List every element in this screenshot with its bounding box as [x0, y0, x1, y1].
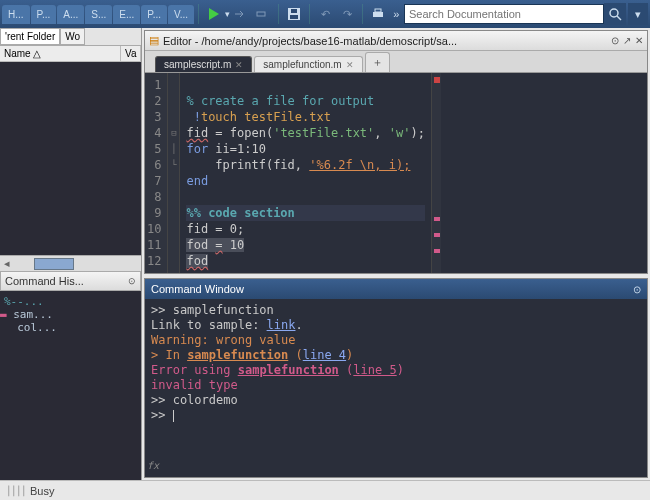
- separator: [309, 4, 310, 24]
- link-line[interactable]: line 5: [353, 363, 396, 377]
- cmd-warning: > In samplefunction (line 4): [151, 348, 641, 363]
- command-window: Command Window ⊙ >> samplefunction Link …: [144, 278, 648, 478]
- right-area: ▤ Editor - /home/andy/projects/base16-ma…: [142, 28, 650, 480]
- scrollbar-thumb[interactable]: [34, 258, 74, 270]
- cmd-error: invalid type: [151, 378, 641, 393]
- cmd-error: Error using samplefunction (line 5): [151, 363, 641, 378]
- panel-menu-icon[interactable]: ⊙: [611, 35, 619, 46]
- svg-line-8: [617, 16, 621, 20]
- history-item[interactable]: %--...: [4, 295, 137, 308]
- editor-icon: ▤: [149, 34, 159, 47]
- separator: [198, 4, 199, 24]
- command-body[interactable]: >> samplefunction Link to sample: link. …: [145, 299, 647, 477]
- line-gutter: 123456789101112: [145, 73, 168, 273]
- step-button[interactable]: [230, 3, 252, 25]
- code-editor[interactable]: 123456789101112 ⊟│└ % create a file for …: [145, 73, 647, 273]
- tab-home[interactable]: H...: [2, 5, 30, 24]
- save-button[interactable]: [283, 3, 305, 25]
- editor-title: Editor - /home/andy/projects/base16-matl…: [163, 35, 457, 47]
- history-title: Command His...: [5, 275, 84, 287]
- file-tab-samplefunction[interactable]: samplefunction.m ✕: [254, 56, 362, 72]
- folder-list[interactable]: [0, 62, 141, 255]
- svg-rect-1: [257, 12, 265, 16]
- maximize-icon[interactable]: ↗: [623, 35, 631, 46]
- history-item[interactable]: col...: [4, 321, 137, 334]
- edit-marker: [434, 217, 440, 221]
- svg-marker-0: [209, 8, 219, 20]
- svg-rect-3: [290, 15, 298, 19]
- tab-current-folder[interactable]: 'rent Folder: [0, 28, 60, 45]
- history-item[interactable]: ▬ sam...: [4, 308, 137, 321]
- history-panel: %--... ▬ sam... col...: [0, 291, 141, 480]
- step-out-button[interactable]: [252, 3, 274, 25]
- svg-rect-4: [291, 9, 297, 13]
- svg-rect-5: [373, 12, 383, 17]
- cmd-line: >> colordemo: [151, 393, 641, 408]
- search-input[interactable]: [404, 4, 604, 24]
- top-toolbar: H... P... A... S... E... P... V... ▾ ↶ ↷…: [0, 0, 650, 28]
- separator: [362, 4, 363, 24]
- undo-button[interactable]: ↶: [314, 3, 336, 25]
- ribbon-tabs: H... P... A... S... E... P... V...: [2, 5, 194, 24]
- run-button[interactable]: [203, 3, 225, 25]
- error-marker[interactable]: [434, 77, 440, 83]
- editor-header: ▤ Editor - /home/andy/projects/base16-ma…: [145, 31, 647, 51]
- folder-columns: Name △ Va: [0, 46, 141, 62]
- panel-menu-icon[interactable]: ⊙: [128, 276, 136, 286]
- cmd-line: >> samplefunction: [151, 303, 641, 318]
- fx-icon[interactable]: fx: [147, 458, 159, 473]
- tab-plots[interactable]: P...: [31, 5, 57, 24]
- overflow-icon[interactable]: »: [393, 8, 399, 20]
- tab-view[interactable]: V...: [168, 5, 194, 24]
- cmd-prompt[interactable]: >>: [151, 408, 641, 423]
- history-header[interactable]: Command His... ⊙: [0, 271, 141, 291]
- close-tab-icon[interactable]: ✕: [235, 60, 243, 70]
- edit-marker: [434, 233, 440, 237]
- left-sidebar: 'rent Folder Wo Name △ Va ◂ Command His.…: [0, 28, 142, 480]
- file-tab-label: samplescript.m: [164, 59, 231, 70]
- col-name[interactable]: Name △: [0, 46, 121, 61]
- tab-workspace[interactable]: Wo: [60, 28, 85, 45]
- link-line[interactable]: line 4: [303, 348, 346, 362]
- editor-pane: ▤ Editor - /home/andy/projects/base16-ma…: [144, 30, 648, 274]
- link-function[interactable]: samplefunction: [187, 348, 288, 362]
- close-icon[interactable]: ✕: [635, 35, 643, 46]
- edit-marker: [434, 249, 440, 253]
- file-tab-label: samplefunction.m: [263, 59, 341, 70]
- tab-apps[interactable]: A...: [57, 5, 84, 24]
- status-text: Busy: [30, 485, 54, 497]
- link-function[interactable]: samplefunction: [238, 363, 339, 377]
- svg-point-7: [610, 9, 618, 17]
- code-marker-strip[interactable]: [431, 73, 441, 273]
- resize-grip-icon[interactable]: ∣∣∣∣: [6, 484, 26, 497]
- tab-editor[interactable]: E...: [113, 5, 140, 24]
- history-list[interactable]: %--... ▬ sam... col...: [0, 291, 141, 480]
- col-value[interactable]: Va: [121, 46, 141, 61]
- cmd-warning: Warning: wrong value: [151, 333, 641, 348]
- search-button[interactable]: [604, 3, 626, 25]
- redo-button[interactable]: ↷: [336, 3, 358, 25]
- tab-shortcuts[interactable]: S...: [85, 5, 112, 24]
- separator: [278, 4, 279, 24]
- svg-rect-6: [375, 9, 381, 12]
- close-tab-icon[interactable]: ✕: [346, 60, 354, 70]
- print-button[interactable]: [367, 3, 389, 25]
- cmd-line: Link to sample: link.: [151, 318, 641, 333]
- file-tab-samplescript[interactable]: samplescript.m ✕: [155, 56, 252, 72]
- file-tabbar: samplescript.m ✕ samplefunction.m ✕ ＋: [145, 51, 647, 73]
- add-tab-button[interactable]: ＋: [365, 52, 390, 72]
- fold-gutter[interactable]: ⊟│└: [168, 73, 180, 273]
- folder-tabbar: 'rent Folder Wo: [0, 28, 141, 46]
- tab-publish[interactable]: P...: [141, 5, 167, 24]
- status-bar: ∣∣∣∣ Busy: [0, 480, 650, 500]
- folder-hscroll[interactable]: ◂: [0, 255, 141, 271]
- panel-menu-icon[interactable]: ⊙: [633, 284, 641, 295]
- code-body[interactable]: % create a file for output !touch testFi…: [180, 73, 430, 273]
- main-menu-dropdown[interactable]: ▾: [628, 3, 648, 25]
- main-layout: 'rent Folder Wo Name △ Va ◂ Command His.…: [0, 28, 650, 480]
- search-box: [404, 4, 604, 24]
- link[interactable]: link: [267, 318, 296, 332]
